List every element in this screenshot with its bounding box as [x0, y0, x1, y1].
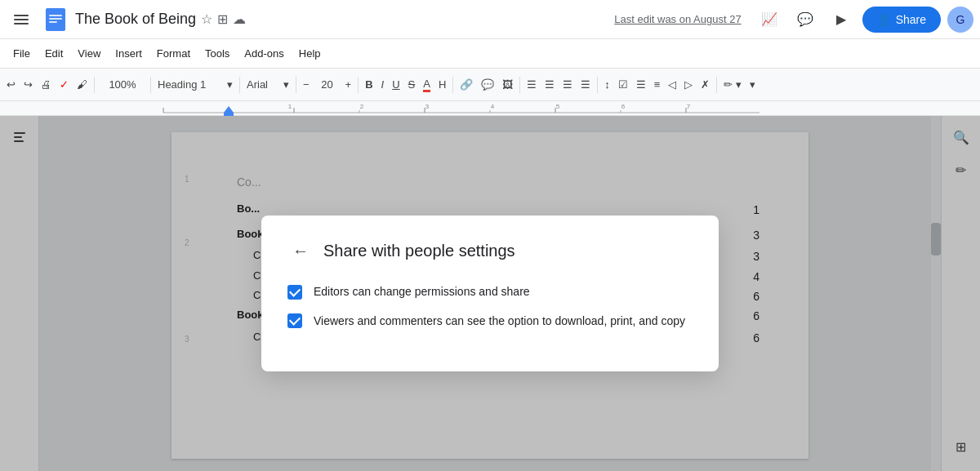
- svg-rect-5: [49, 18, 62, 20]
- align-center-button[interactable]: ☰: [541, 73, 558, 96]
- svg-rect-2: [14, 23, 29, 24]
- toolbar-separator-4: [296, 77, 296, 93]
- top-bar: The Book of Being ☆ ⊞ ☁ Last edit was on…: [0, 0, 980, 39]
- svg-rect-4: [49, 15, 62, 16]
- svg-rect-0: [14, 15, 29, 16]
- menu-file[interactable]: File: [7, 44, 37, 63]
- numbered-list-button[interactable]: ≡: [651, 73, 664, 96]
- style-chevron-icon: ▾: [227, 78, 233, 91]
- increase-font-button[interactable]: +: [342, 73, 355, 96]
- toolbar-separator-5: [358, 77, 359, 93]
- expand-toolbar-button[interactable]: ▾: [746, 73, 759, 96]
- present2-button[interactable]: ▶: [826, 5, 856, 34]
- align-left-button[interactable]: ☰: [523, 73, 540, 96]
- justify-button[interactable]: ☰: [577, 73, 594, 96]
- comment-button[interactable]: 💬: [791, 5, 820, 34]
- add-comment-button[interactable]: 💬: [478, 73, 497, 96]
- increase-indent-button[interactable]: ▷: [681, 73, 696, 96]
- toolbar-separator-3: [239, 77, 240, 93]
- user-avatar[interactable]: G: [947, 7, 973, 33]
- star-icon[interactable]: ☆: [201, 11, 212, 27]
- svg-marker-24: [224, 106, 234, 113]
- modal-title: Share with people settings: [323, 242, 515, 260]
- option2-label: Viewers and commenters can see the optio…: [314, 313, 685, 330]
- svg-text:2: 2: [360, 103, 364, 110]
- present-button[interactable]: 📈: [755, 5, 784, 34]
- menu-view[interactable]: View: [71, 44, 107, 63]
- insert-image-button[interactable]: 🖼: [499, 73, 516, 96]
- share-settings-modal: ← Share with people settings Editors can…: [261, 216, 719, 371]
- option2-checkbox[interactable]: [287, 313, 302, 328]
- font-chevron-icon: ▾: [283, 78, 289, 91]
- svg-text:1: 1: [288, 103, 292, 110]
- move-icon[interactable]: ⊞: [217, 11, 228, 27]
- menu-button[interactable]: [7, 5, 36, 34]
- menu-edit[interactable]: Edit: [38, 44, 69, 63]
- svg-rect-1: [14, 19, 29, 20]
- doc-icon: [42, 7, 69, 33]
- option1-checkbox[interactable]: [287, 285, 302, 300]
- toolbar-separator-2: [150, 77, 151, 93]
- ruler: 1 2 3 4 5 6 7: [0, 101, 980, 116]
- modal-overlay[interactable]: ← Share with people settings Editors can…: [0, 116, 980, 471]
- toolbar-separator-1: [94, 77, 95, 93]
- menu-bar: File Edit View Insert Format Tools Add-o…: [0, 39, 980, 69]
- option2-row: Viewers and commenters can see the optio…: [287, 313, 693, 330]
- style-selector[interactable]: Heading 1 ▾: [154, 73, 236, 96]
- editing-mode-button[interactable]: ✏ ▾: [720, 73, 745, 96]
- bold-button[interactable]: B: [362, 73, 376, 96]
- modal-header: ← Share with people settings: [287, 238, 693, 264]
- redo-button[interactable]: ↪: [20, 73, 36, 96]
- spellcheck-button[interactable]: ✓: [56, 73, 72, 96]
- paint-format-button[interactable]: 🖌: [74, 73, 91, 96]
- checklist-button[interactable]: ☑: [615, 73, 631, 96]
- option1-label: Editors can change permissions and share: [314, 284, 530, 300]
- svg-text:3: 3: [425, 103, 430, 110]
- menu-addons[interactable]: Add-ons: [238, 44, 290, 63]
- print-button[interactable]: 🖨: [38, 73, 55, 96]
- share-button[interactable]: 👤 Share: [862, 7, 941, 33]
- text-color-button[interactable]: A: [420, 73, 434, 96]
- undo-button[interactable]: ↩: [3, 73, 19, 96]
- document-area: 1 2 3 Co... Bo... 1 Book 2: The First Ci…: [0, 116, 980, 471]
- align-right-button[interactable]: ☰: [559, 73, 576, 96]
- bulleted-list-button[interactable]: ☰: [633, 73, 649, 96]
- svg-text:4: 4: [491, 103, 495, 110]
- modal-back-button[interactable]: ←: [287, 238, 314, 264]
- italic-button[interactable]: I: [378, 73, 388, 96]
- menu-help[interactable]: Help: [292, 44, 327, 63]
- toolbar-separator-7: [519, 77, 520, 93]
- svg-text:5: 5: [556, 103, 560, 110]
- cloud-icon[interactable]: ☁: [233, 11, 246, 27]
- menu-insert[interactable]: Insert: [109, 44, 149, 63]
- doc-title[interactable]: The Book of Being: [75, 11, 196, 28]
- toolbar-separator-8: [597, 77, 598, 93]
- last-edit-label[interactable]: Last edit was on August 27: [614, 13, 741, 25]
- toolbar-separator-9: [716, 77, 717, 93]
- svg-text:6: 6: [621, 103, 626, 110]
- share-label: Share: [896, 13, 926, 26]
- font-selector[interactable]: Arial ▾: [243, 73, 292, 96]
- share-icon: 👤: [877, 13, 891, 26]
- zoom-selector[interactable]: 100%: [98, 73, 147, 96]
- link-button[interactable]: 🔗: [457, 73, 476, 96]
- highlight-button[interactable]: H: [435, 73, 449, 96]
- font-size-display[interactable]: 20: [314, 73, 341, 96]
- svg-rect-6: [49, 21, 57, 23]
- svg-text:7: 7: [687, 103, 691, 110]
- underline-button[interactable]: U: [389, 73, 403, 96]
- clear-formatting-button[interactable]: ✗: [697, 73, 713, 96]
- top-right-actions: 📈 💬 ▶ 👤 Share G: [755, 5, 973, 34]
- decrease-font-button[interactable]: −: [300, 73, 313, 96]
- option1-row: Editors can change permissions and share: [287, 284, 693, 300]
- line-spacing-button[interactable]: ↕: [601, 73, 613, 96]
- doc-title-area: The Book of Being ☆ ⊞ ☁: [75, 11, 608, 28]
- menu-format[interactable]: Format: [150, 44, 197, 63]
- decrease-indent-button[interactable]: ◁: [665, 73, 679, 96]
- strikethrough-button[interactable]: S: [405, 73, 419, 96]
- toolbar-separator-6: [452, 77, 453, 93]
- toolbar: ↩ ↪ 🖨 ✓ 🖌 100% Heading 1 ▾ Arial ▾ − 20 …: [0, 69, 980, 101]
- menu-tools[interactable]: Tools: [198, 44, 236, 63]
